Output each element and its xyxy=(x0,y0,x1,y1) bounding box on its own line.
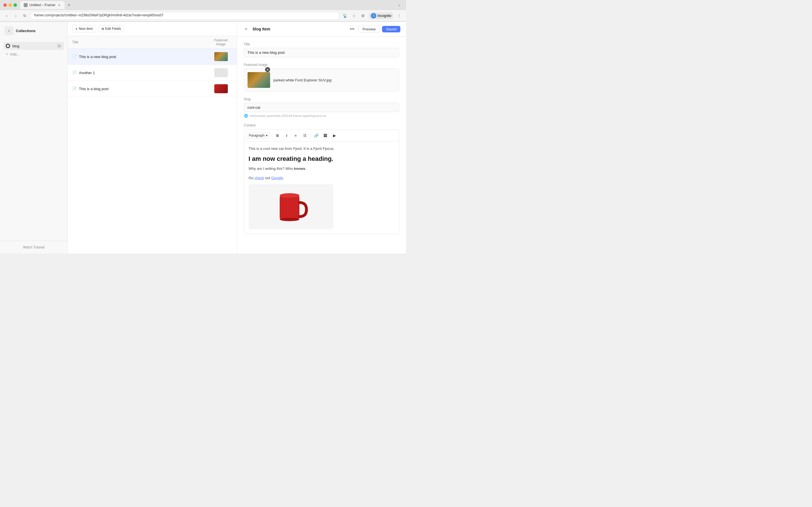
title-bar: Untitled – Framer ✕ + › xyxy=(0,0,406,10)
image-field: ✕ parked white Ford Explorer SUV.jpg xyxy=(244,68,400,92)
table-row[interactable]: 📄 Another 1 xyxy=(68,65,237,81)
add-collection-btn[interactable]: + Add... xyxy=(3,50,64,58)
tab-close-btn[interactable]: ✕ xyxy=(57,3,61,7)
slug-url-hint: enthusiastic-guardrails-093164.framer.ap… xyxy=(250,114,326,117)
link-btn[interactable]: 🔗 xyxy=(312,131,320,139)
close-panel-btn[interactable]: ✕ xyxy=(243,25,250,33)
collection-name: blog xyxy=(12,44,54,48)
row-doc-icon: 📄 xyxy=(72,54,77,59)
table-row[interactable]: 📄 This is a new blog post xyxy=(68,49,237,65)
para3-prefix: Go xyxy=(249,176,255,180)
new-item-btn[interactable]: + New Item xyxy=(72,25,96,33)
para3-suffix: . xyxy=(283,176,284,180)
active-tab[interactable]: Untitled – Framer ✕ xyxy=(20,1,64,9)
avatar: I xyxy=(371,13,376,18)
panel-title: blog Item xyxy=(253,27,345,31)
editor-para-3: Go check out Google. xyxy=(249,175,395,181)
browser-menu-btn[interactable]: ⋮ xyxy=(396,12,403,19)
table-row[interactable]: 📄 This is a blog post xyxy=(68,81,237,97)
para2-prefix: Why am I writing this? Who xyxy=(249,166,294,171)
editor-para-1: This is a cool new car from Fjord. It is… xyxy=(249,146,395,152)
collection-list: + New Item ⊞ Edit Fields Title Featured … xyxy=(68,22,237,253)
slug-input[interactable]: cool-car xyxy=(244,103,400,112)
editor-para-2: Why am I writing this? Who knows. xyxy=(249,166,395,172)
collections-label: Collections xyxy=(16,29,36,33)
title-input[interactable]: This is a new blog post xyxy=(244,48,400,57)
bullet-list-btn[interactable]: ≡ xyxy=(292,131,300,139)
mug-image xyxy=(249,184,333,229)
minimize-window-btn[interactable] xyxy=(8,3,12,7)
browser-chrome: Untitled – Framer ✕ + › ‹ › ↻ framer.com… xyxy=(0,0,406,22)
url-bar[interactable]: framer.com/projects/Untitled--mZ98oDWaPJ… xyxy=(31,12,339,20)
row-image xyxy=(210,52,232,61)
content-label: Content xyxy=(244,123,400,127)
featured-image-field-group: Featured Image ✕ parked white Ford Explo… xyxy=(244,63,400,92)
plus-icon: + xyxy=(75,26,78,31)
para3-link2[interactable]: Google xyxy=(271,176,283,180)
editor-body[interactable]: This is a cool new car from Fjord. It is… xyxy=(244,142,400,234)
browser-actions: 📡 ☆ ⚙ I Incognito ⋮ xyxy=(342,12,403,19)
para3-link1[interactable]: check xyxy=(254,176,264,180)
new-item-label: New Item xyxy=(79,27,93,31)
traffic-lights xyxy=(3,3,17,7)
collection-toolbar: + New Item ⊞ Edit Fields xyxy=(68,22,237,36)
tab-favicon xyxy=(24,3,28,7)
remove-image-btn[interactable]: ✕ xyxy=(265,67,270,72)
row-title: Another 1 xyxy=(79,71,210,75)
bookmark-icon[interactable]: ☆ xyxy=(350,12,357,19)
profile-btn[interactable]: I Incognito xyxy=(368,12,394,19)
refresh-btn[interactable]: ↻ xyxy=(21,12,28,19)
row-title: This is a new blog post xyxy=(79,55,210,59)
bold-btn[interactable]: B xyxy=(274,131,282,139)
toolbar-separator-2 xyxy=(310,133,311,138)
content-field-group: Content Paragraph ▾ B I ≡ xyxy=(244,123,400,234)
col-title-header: Title xyxy=(72,40,210,44)
table-header: Title Featured Image xyxy=(68,36,237,49)
maximize-window-btn[interactable] xyxy=(13,3,17,7)
row-title: This is a blog post xyxy=(79,87,210,91)
italic-btn[interactable]: I xyxy=(283,131,291,139)
detail-header: ✕ blog Item ••• Preview Saved xyxy=(237,22,406,37)
slug-label: Slug xyxy=(244,97,400,101)
image-btn[interactable]: 🖼 xyxy=(321,131,329,139)
edit-fields-label: Edit Fields xyxy=(105,27,121,31)
thumb-car xyxy=(214,52,228,61)
car-image-preview xyxy=(248,72,270,88)
format-label: Paragraph xyxy=(249,133,265,137)
extension-icon[interactable]: ⚙ xyxy=(359,12,366,19)
tab-title: Untitled – Framer xyxy=(29,3,56,7)
thumb-mug xyxy=(214,84,228,93)
globe-icon: 🌐 xyxy=(244,114,248,118)
para3-mid: out xyxy=(264,176,271,180)
new-tab-btn[interactable]: + xyxy=(66,2,72,8)
title-label: Title xyxy=(244,42,400,46)
svg-text:3: 3 xyxy=(303,136,304,137)
svg-point-7 xyxy=(280,193,299,198)
collection-table: Title Featured Image 📄 This is a new blo… xyxy=(68,36,237,253)
detail-panel: ✕ blog Item ••• Preview Saved Title This… xyxy=(237,22,406,253)
collection-icon xyxy=(6,44,10,48)
more-options-btn[interactable]: ••• xyxy=(348,25,356,33)
watch-tutorial-btn[interactable]: Watch Tutorial xyxy=(4,245,63,249)
back-btn[interactable]: ‹ xyxy=(4,26,13,35)
svg-point-8 xyxy=(280,218,299,221)
window-more-btn[interactable]: › xyxy=(396,2,403,8)
sidebar-header: ‹ Collections xyxy=(0,22,67,40)
add-label: Add... xyxy=(10,52,19,56)
cast-icon[interactable]: 📡 xyxy=(342,12,348,19)
video-btn[interactable]: ▶ xyxy=(331,131,338,139)
sidebar-item-blog[interactable]: blog 3 xyxy=(3,42,64,50)
sidebar: ‹ Collections blog 3 + Add... Watch Tuto… xyxy=(0,22,68,253)
back-nav-btn[interactable]: ‹ xyxy=(3,12,10,19)
forward-nav-btn[interactable]: › xyxy=(12,12,19,19)
editor-heading: I am now creating a heading. xyxy=(249,155,395,163)
ordered-list-btn[interactable]: 1 2 3 xyxy=(301,131,309,139)
format-dropdown[interactable]: Paragraph ▾ xyxy=(246,132,270,138)
edit-fields-btn[interactable]: ⊞ Edit Fields xyxy=(98,25,124,32)
sidebar-footer: Watch Tutorial xyxy=(0,240,67,253)
saved-btn[interactable]: Saved xyxy=(382,26,400,33)
editor-image-container xyxy=(249,184,333,229)
preview-btn[interactable]: Preview xyxy=(358,25,380,33)
close-window-btn[interactable] xyxy=(3,3,7,7)
app: ‹ Collections blog 3 + Add... Watch Tuto… xyxy=(0,22,406,253)
